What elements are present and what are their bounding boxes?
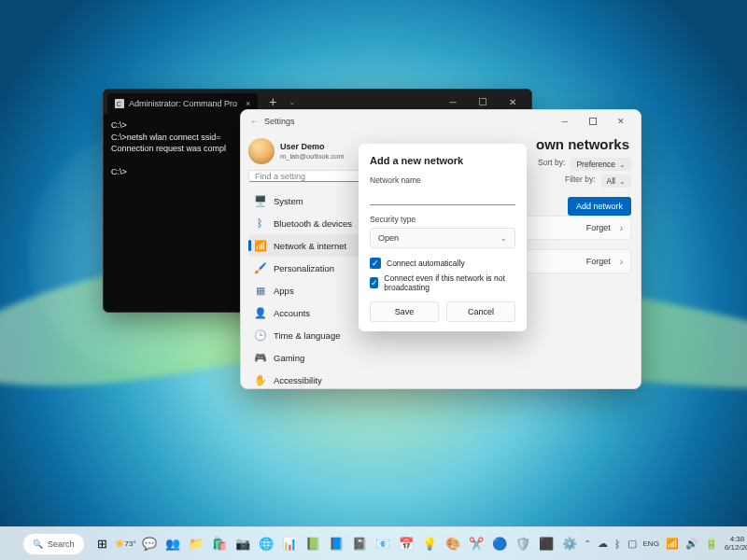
clock[interactable]: 4:38 PM 6/12/2023: [725, 536, 747, 553]
chevron-down-icon: ⌄: [619, 177, 626, 186]
terminal-line: C:\>: [111, 167, 127, 176]
chevron-right-icon: ›: [620, 257, 623, 267]
app-icon[interactable]: 📧: [373, 534, 393, 554]
settings-title: Settings: [264, 117, 295, 126]
nav-icon: 🖥️: [254, 195, 266, 207]
nav-label: Time & language: [274, 330, 340, 341]
app-icon[interactable]: 🔵: [489, 534, 510, 554]
app-icon[interactable]: 📓: [349, 534, 370, 554]
terminal-line: C:\>: [111, 120, 127, 130]
user-email: m_lab@outlook.com: [280, 152, 344, 161]
sidebar-item-accessibility[interactable]: ✋Accessibility: [248, 369, 378, 389]
back-icon[interactable]: ←: [250, 117, 259, 126]
cast-icon[interactable]: ▢: [627, 538, 637, 550]
connect-auto-checkbox[interactable]: ✓ Connect automatically: [370, 258, 515, 269]
tray-overflow-icon[interactable]: ⌃: [584, 539, 591, 549]
security-type-label: Security type: [370, 215, 515, 224]
search-icon: 🔍: [33, 539, 43, 549]
app-icon[interactable]: 🛍️: [209, 534, 230, 554]
nav-icon: 🎮: [254, 352, 266, 364]
app-icon[interactable]: 🛡️: [513, 534, 533, 554]
app-icon[interactable]: 📅: [396, 534, 416, 554]
settings-titlebar[interactable]: ← Settings ─ ✕: [241, 110, 641, 133]
language-indicator[interactable]: ENG: [643, 539, 659, 548]
terminal-line: Connection request was compl: [111, 144, 226, 153]
checkbox-label: Connect automatically: [387, 259, 465, 268]
app-icon[interactable]: 📗: [303, 534, 323, 554]
terminal-tab-title: Administrator: Command Pro: [129, 99, 237, 108]
security-type-select[interactable]: Open ⌄: [370, 228, 515, 248]
app-icon[interactable]: 🎨: [443, 534, 463, 554]
search-label: Search: [48, 539, 75, 549]
task-view-icon[interactable]: ⊞: [92, 534, 113, 554]
onedrive-icon[interactable]: ☁: [598, 538, 608, 550]
nav-icon: ▦: [254, 285, 266, 297]
search-placeholder: Find a setting: [255, 172, 305, 181]
volume-icon[interactable]: 🔊: [685, 538, 698, 550]
app-icon[interactable]: ✂️: [466, 534, 486, 554]
filter-dropdown[interactable]: All⌄: [601, 175, 631, 188]
terminal-tab[interactable]: C Administrator: Command Pro ×: [107, 93, 258, 114]
nav-icon: 🖌️: [254, 262, 266, 274]
forget-button[interactable]: Forget: [586, 257, 611, 266]
nav-icon: ✋: [254, 374, 266, 386]
filter-value: All: [607, 176, 615, 186]
nav-label: Bluetooth & devices: [274, 218, 352, 229]
sort-label: Sort by:: [538, 158, 565, 171]
app-icon[interactable]: 📘: [326, 534, 346, 554]
filter-label: Filter by:: [565, 175, 596, 188]
system-tray: ⌃ ☁ ᛒ ▢ ENG 📶 🔊 🔋 4:38 PM 6/12/2023: [584, 536, 747, 553]
nav-label: Accessibility: [274, 375, 322, 385]
network-name-input[interactable]: [370, 189, 515, 205]
weather-widget[interactable]: ☀️73°: [116, 534, 136, 554]
nav-icon: 🕒: [254, 329, 266, 342]
nav-label: Network & internet: [274, 241, 346, 251]
sidebar-item-gaming[interactable]: 🎮Gaming: [248, 346, 378, 369]
new-tab-button[interactable]: +: [261, 94, 284, 109]
save-button[interactable]: Save: [370, 301, 439, 322]
chevron-down-icon: ⌄: [500, 234, 507, 243]
checkbox-label: Connect even if this network is not broa…: [384, 273, 515, 292]
add-network-dialog: Add a new network Network name Security …: [359, 144, 527, 331]
forget-button[interactable]: Forget: [586, 223, 611, 232]
edge-icon[interactable]: 🌐: [256, 534, 276, 554]
terminal-line: C:\>netsh wlan connect ssid=: [111, 133, 221, 142]
nav-icon: ᛒ: [254, 217, 266, 230]
connect-hidden-checkbox[interactable]: ✓ Connect even if this network is not br…: [370, 273, 515, 292]
add-network-button[interactable]: Add network: [568, 197, 631, 216]
terminal-icon: C: [115, 99, 124, 108]
start-button[interactable]: [7, 532, 19, 556]
app-icon[interactable]: 👥: [162, 534, 183, 554]
sort-dropdown[interactable]: Preference⌄: [571, 158, 631, 171]
app-icon[interactable]: 💬: [139, 534, 160, 554]
weather-temp: 73°: [124, 540, 135, 548]
date: 6/12/2023: [725, 544, 747, 553]
file-explorer-icon[interactable]: 📁: [186, 534, 206, 554]
bluetooth-icon[interactable]: ᛒ: [614, 539, 621, 550]
nav-label: Apps: [274, 286, 294, 296]
checkbox-checked-icon: ✓: [370, 277, 378, 288]
close-icon[interactable]: ×: [246, 99, 250, 108]
nav-label: Personalization: [274, 263, 334, 273]
nav-label: Gaming: [274, 353, 304, 363]
minimize-button[interactable]: ─: [551, 110, 579, 133]
app-icon[interactable]: 📊: [279, 534, 300, 554]
battery-icon[interactable]: 🔋: [705, 538, 718, 550]
nav-icon: 📶: [254, 240, 266, 252]
maximize-button[interactable]: [579, 110, 607, 133]
cancel-button[interactable]: Cancel: [446, 301, 515, 322]
app-icon[interactable]: 📷: [233, 534, 253, 554]
checkbox-checked-icon: ✓: [370, 258, 381, 269]
svg-text:C: C: [117, 101, 121, 107]
app-icon[interactable]: 💡: [419, 534, 440, 554]
taskbar-search[interactable]: 🔍 Search: [22, 533, 85, 555]
dialog-title: Add a new network: [370, 155, 515, 166]
avatar: [248, 138, 275, 164]
settings-taskbar-icon[interactable]: ⚙️: [559, 534, 580, 554]
nav-label: Accounts: [274, 308, 310, 318]
taskbar: 🔍 Search ⊞ ☀️73° 💬 👥 📁 🛍️ 📷 🌐 📊 📗 📘 📓 📧 …: [0, 526, 747, 560]
close-button[interactable]: ✕: [607, 110, 635, 133]
network-icon[interactable]: 📶: [666, 538, 679, 550]
terminal-taskbar-icon[interactable]: ⬛: [536, 534, 557, 554]
tab-dropdown-icon[interactable]: ⌄: [289, 97, 296, 106]
